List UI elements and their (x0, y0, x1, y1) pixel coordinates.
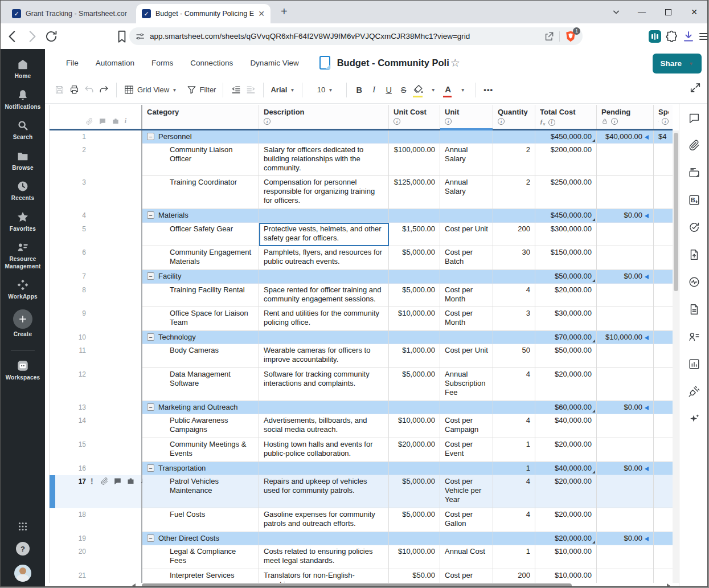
comments-panel-icon[interactable] (688, 112, 700, 124)
app-launcher-icon[interactable] (17, 520, 29, 533)
sidebar-item-notifications[interactable]: Notifications (1, 89, 45, 111)
cell-unit[interactable]: Annual Salary (440, 176, 493, 209)
cell-spent[interactable] (654, 176, 673, 209)
cell-spent[interactable] (654, 209, 673, 223)
cell-spent[interactable] (654, 401, 673, 414)
cell-pending[interactable] (597, 223, 654, 246)
cell-pending[interactable]: $0.00 (597, 532, 654, 545)
sheet-summary-panel-icon[interactable] (688, 303, 700, 316)
scrollbar-thumb[interactable] (142, 583, 572, 587)
cell-total-cost[interactable]: $200,000.00 (535, 144, 597, 176)
cell-unit-cost[interactable] (389, 401, 440, 414)
collapse-icon[interactable]: − (147, 534, 154, 542)
cell-description[interactable]: Rent and utilities for the community pol… (259, 307, 389, 331)
site-settings-icon[interactable] (135, 31, 145, 42)
fill-color-dropdown[interactable]: ▼ (426, 81, 441, 99)
menu-connections[interactable]: Connections (190, 59, 233, 67)
cell-spent[interactable] (654, 545, 673, 569)
cell-description[interactable]: Advertisements, billboards, and social m… (259, 414, 389, 438)
activity-log-panel-icon[interactable] (688, 276, 700, 288)
cell-description[interactable]: Pamphlets, flyers, and resources for pub… (259, 246, 389, 270)
cell-description[interactable]: Gasoline expenses for community patrols … (259, 508, 389, 532)
cell-description[interactable]: Repairs and upkeep of vehicles used for … (259, 475, 389, 508)
cell-pending[interactable] (597, 414, 654, 438)
sidebar-item-workspaces[interactable]: Workspaces (1, 360, 45, 382)
cell-unit-cost[interactable]: $5,000.00 (389, 284, 440, 307)
cell-category[interactable]: Interpreter Services (142, 569, 259, 583)
cell-spent[interactable] (654, 344, 673, 368)
redo-button[interactable] (96, 81, 111, 99)
cell-unit[interactable]: Cost per (440, 569, 493, 583)
comment-icon[interactable] (113, 477, 122, 485)
forward-icon[interactable] (24, 29, 39, 44)
text-color-dropdown[interactable]: ▼ (456, 81, 470, 99)
cell-quantity[interactable]: 4 (493, 508, 535, 532)
cell-unit-cost[interactable]: $1,000.00 (389, 344, 440, 368)
undo-button[interactable] (81, 81, 96, 99)
row-number-cell[interactable]: 2 (50, 144, 142, 176)
cell-quantity[interactable] (493, 331, 535, 344)
cell-unit-cost[interactable]: $5,000.00 (389, 246, 440, 270)
cell-description[interactable]: Software for tracking community interact… (259, 368, 389, 401)
cell-unit[interactable]: Cost per Campaign (440, 414, 493, 438)
column-header-unit-cost[interactable]: Unit Cost i (389, 105, 440, 129)
cell-category[interactable]: −Technology (142, 331, 259, 344)
row-number-cell[interactable]: 16 (50, 462, 142, 475)
cell-pending[interactable] (597, 438, 654, 462)
cell-unit[interactable] (440, 401, 493, 414)
cell-description[interactable] (259, 462, 389, 475)
cell-quantity[interactable] (493, 209, 535, 223)
cell-spent[interactable] (654, 270, 673, 284)
cell-quantity[interactable]: 200 (493, 223, 535, 246)
row-number-cell[interactable]: 14 (50, 414, 142, 438)
column-header-category[interactable]: Category (142, 105, 259, 129)
cell-quantity[interactable]: 3 (493, 307, 535, 331)
sidebar-item-workapps[interactable]: WorkApps (1, 279, 45, 301)
cell-quantity[interactable]: 50 (493, 344, 535, 368)
cell-unit[interactable]: Cost per Gallon (440, 508, 493, 532)
cell-unit-cost[interactable]: $100,000.00 (389, 144, 440, 176)
cell-spent[interactable] (654, 246, 673, 270)
cell-category[interactable]: −Marketing and Outreach (142, 401, 259, 414)
cell-unit[interactable] (440, 331, 493, 344)
cell-category[interactable]: Officer Safety Gear (142, 223, 259, 246)
column-header-total-cost[interactable]: Total Cost ƒxi (535, 105, 597, 129)
row-number-cell[interactable]: 7 (50, 270, 142, 284)
cell-pending[interactable] (597, 144, 654, 176)
cell-quantity[interactable]: 4 (493, 414, 535, 438)
cell-unit-cost[interactable]: $5,000.00 (389, 508, 440, 532)
more-options-button[interactable]: ••• (481, 81, 496, 99)
cell-unit[interactable]: Cost per Unit (440, 223, 493, 246)
tab-search-icon[interactable] (610, 6, 622, 18)
cell-spent[interactable]: $4 (654, 130, 673, 144)
cell-total-cost[interactable]: $20,000.00 (535, 438, 597, 462)
sidebar-item-home[interactable]: Home (1, 58, 45, 80)
row-number-cell[interactable]: 8 (50, 284, 142, 307)
cell-pending[interactable] (597, 475, 654, 508)
cell-quantity[interactable] (493, 401, 535, 414)
row-menu-icon[interactable]: ⋮ (88, 477, 96, 485)
row-number-cell[interactable]: 11 (50, 344, 142, 368)
sidebar-item-create[interactable]: Create (1, 309, 45, 338)
charts-panel-icon[interactable] (688, 358, 700, 370)
cell-unit-cost[interactable] (389, 270, 440, 284)
cell-quantity[interactable]: 4 (493, 475, 535, 508)
row-number-cell[interactable]: 10 (50, 331, 142, 344)
vertical-scrollbar[interactable] (673, 130, 679, 583)
cell-spent[interactable] (654, 368, 673, 401)
cell-unit[interactable]: Cost per Event (440, 438, 493, 462)
attachments-column-icon[interactable] (85, 117, 93, 125)
cell-total-cost[interactable]: $20,000.00 (535, 508, 597, 532)
cell-total-cost[interactable]: $450,000.00 (535, 209, 597, 223)
cell-pending[interactable]: $10,000.00 (597, 331, 654, 344)
browser-tab-inactive[interactable]: ✓ Grant Tracking - Smartsheet.com (6, 4, 133, 23)
row-number-cell[interactable]: 5 (50, 223, 142, 246)
share-page-icon[interactable] (543, 31, 555, 42)
user-avatar[interactable] (14, 565, 31, 582)
extensions-puzzle-icon[interactable] (665, 30, 678, 43)
browser-tab-active[interactable]: ✓ Budget - Community Policing E ✕ (136, 4, 271, 23)
cell-description[interactable]: Salary for officers dedicated to buildin… (259, 144, 389, 176)
cell-unit-cost[interactable] (389, 532, 440, 545)
browser-menu-icon[interactable] (698, 30, 708, 43)
cell-unit-cost[interactable]: $10,000.00 (389, 307, 440, 331)
